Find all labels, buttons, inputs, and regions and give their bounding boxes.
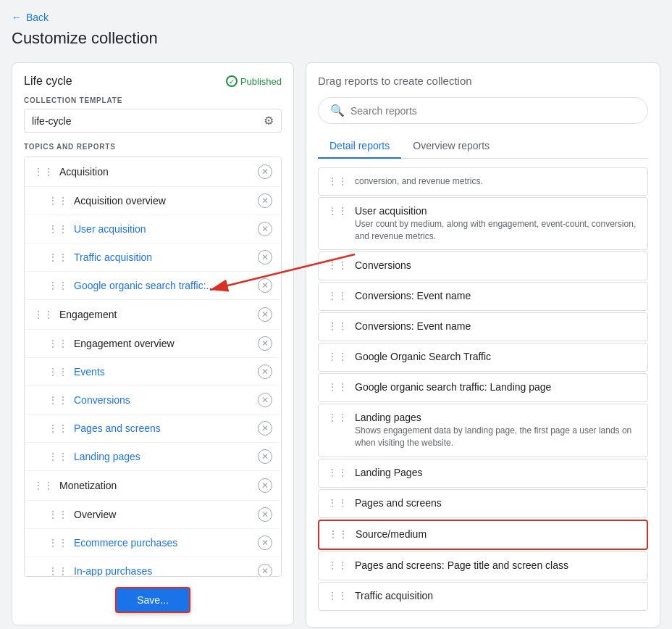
remove-item-btn[interactable]: ✕ — [258, 250, 272, 264]
remove-item-btn[interactable]: ✕ — [258, 222, 272, 236]
drag-handle-icon: ⋮⋮ — [327, 590, 348, 601]
remove-item-btn[interactable]: ✕ — [258, 365, 272, 379]
drag-handle-icon: ⋮⋮ — [48, 195, 68, 207]
drag-handle-icon: ⋮⋮ — [48, 280, 68, 291]
item-label: Ecommerce purchases — [74, 537, 177, 549]
group-header-0[interactable]: ⋮⋮ Acquisition ✕ — [25, 157, 281, 187]
item-row-0-3[interactable]: ⋮⋮ Google organic search traffic:... ✕ — [25, 272, 281, 300]
report-item-truncated-desc: conversion, and revenue metrics. — [355, 175, 639, 188]
remove-item-btn[interactable]: ✕ — [258, 421, 272, 436]
drag-handle-icon: ⋮⋮ — [327, 175, 348, 187]
drag-handle-icon: ⋮⋮ — [48, 565, 68, 577]
back-link[interactable]: ← Back — [12, 12, 660, 23]
remove-item-btn[interactable]: ✕ — [258, 536, 272, 550]
report-item-1[interactable]: ⋮⋮ Conversions — [318, 251, 648, 280]
published-badge: ✓ Published — [226, 75, 282, 87]
item-row-0-1[interactable]: ⋮⋮ User acquisition ✕ — [25, 215, 281, 243]
item-label: Acquisition overview — [74, 195, 166, 207]
remove-group-btn[interactable]: ✕ — [258, 164, 272, 179]
item-row-1-1[interactable]: ⋮⋮ Events ✕ — [25, 358, 281, 386]
group-header-left: ⋮⋮ Engagement — [33, 309, 117, 320]
item-left: ⋮⋮ Conversions — [48, 394, 130, 406]
group-header-left: ⋮⋮ Monetization — [33, 480, 117, 491]
remove-item-btn[interactable]: ✕ — [258, 564, 272, 577]
report-item-content: Conversions: Event name — [355, 320, 639, 333]
search-input[interactable] — [350, 105, 636, 117]
right-panel-title: Drag reports to create collection — [318, 75, 648, 87]
published-icon: ✓ — [226, 75, 238, 87]
report-item-11[interactable]: ⋮⋮ Traffic acquisition — [318, 582, 648, 611]
report-item-9[interactable]: ⋮⋮ Source/medium — [318, 520, 648, 550]
report-title: Landing pages — [355, 412, 639, 423]
item-row-1-0[interactable]: ⋮⋮ Engagement overview ✕ — [25, 330, 281, 358]
drag-handle-icon: ⋮⋮ — [48, 451, 68, 462]
report-item-6[interactable]: ⋮⋮ Landing pagesShows engagement data by… — [318, 404, 648, 457]
group-header-2[interactable]: ⋮⋮ Monetization ✕ — [25, 471, 281, 501]
remove-item-btn[interactable]: ✕ — [258, 193, 272, 208]
main-layout: Life cycle ✓ Published COLLECTION TEMPLA… — [12, 62, 660, 628]
template-input[interactable] — [32, 115, 264, 127]
item-row-0-0[interactable]: ⋮⋮ Acquisition overview ✕ — [25, 187, 281, 215]
back-arrow-icon: ← — [12, 12, 22, 23]
item-left: ⋮⋮ Acquisition overview — [48, 195, 166, 207]
drag-handle-icon: ⋮⋮ — [48, 338, 68, 349]
drag-handle-icon: ⋮⋮ — [48, 223, 68, 235]
drag-handle-icon: ⋮⋮ — [327, 412, 348, 423]
report-item-0[interactable]: ⋮⋮ User acquisitionUser count by medium,… — [318, 197, 648, 251]
panel-header: Life cycle ✓ Published — [24, 75, 282, 88]
report-item-content: Google Organic Search Traffic — [355, 351, 639, 364]
item-row-2-2[interactable]: ⋮⋮ In-app purchases ✕ — [25, 557, 281, 577]
report-item-7[interactable]: ⋮⋮ Landing Pages — [318, 459, 648, 488]
item-label: Conversions — [74, 394, 130, 406]
drag-handle-icon: ⋮⋮ — [327, 497, 348, 509]
report-item-content: Landing pagesShows engagement data by la… — [355, 412, 639, 449]
template-input-row: ⚙ — [24, 109, 282, 133]
item-label: Google organic search traffic:... — [74, 280, 214, 291]
remove-item-btn[interactable]: ✕ — [258, 336, 272, 351]
item-row-1-4[interactable]: ⋮⋮ Landing pages ✕ — [25, 443, 281, 471]
group-name: Engagement — [59, 309, 117, 320]
item-left: ⋮⋮ Pages and screens — [48, 422, 161, 434]
report-item-5[interactable]: ⋮⋮ Google organic search traffic: Landin… — [318, 373, 648, 402]
remove-group-btn[interactable]: ✕ — [258, 307, 272, 322]
topics-label: TOPICS AND REPORTS — [24, 143, 282, 151]
item-left: ⋮⋮ Engagement overview — [48, 338, 175, 349]
item-left: ⋮⋮ User acquisition — [48, 223, 146, 235]
item-row-1-3[interactable]: ⋮⋮ Pages and screens ✕ — [25, 415, 281, 443]
published-label: Published — [240, 76, 282, 87]
item-left: ⋮⋮ Events — [48, 366, 105, 378]
report-title: Conversions: Event name — [355, 320, 639, 332]
item-row-0-2[interactable]: ⋮⋮ Traffic acquisition ✕ — [25, 243, 281, 272]
report-item-4[interactable]: ⋮⋮ Google Organic Search Traffic — [318, 343, 648, 372]
remove-item-btn[interactable]: ✕ — [258, 393, 272, 407]
item-label: Engagement overview — [74, 338, 175, 349]
save-button[interactable]: Save... — [115, 587, 190, 613]
item-left: ⋮⋮ Overview — [48, 509, 116, 520]
remove-item-btn[interactable]: ✕ — [258, 449, 272, 464]
settings-icon[interactable]: ⚙ — [264, 114, 274, 128]
report-item-2[interactable]: ⋮⋮ Conversions: Event name — [318, 282, 648, 311]
item-row-2-0[interactable]: ⋮⋮ Overview ✕ — [25, 501, 281, 529]
tab-0[interactable]: Detail reports — [318, 134, 401, 159]
report-desc: User count by medium, along with engagem… — [355, 218, 639, 243]
report-title: Pages and screens: Page title and screen… — [355, 559, 639, 571]
remove-group-btn[interactable]: ✕ — [258, 478, 272, 493]
report-item-8[interactable]: ⋮⋮ Pages and screens — [318, 489, 648, 518]
right-panel: Drag reports to create collection 🔍 Deta… — [306, 62, 660, 628]
tabs-row: Detail reportsOverview reports — [318, 134, 648, 159]
drag-handle-icon: ⋮⋮ — [327, 559, 348, 571]
report-item-truncated[interactable]: ⋮⋮ conversion, and revenue metrics. — [318, 167, 648, 196]
group-header-left: ⋮⋮ Acquisition — [33, 166, 109, 178]
tab-1[interactable]: Overview reports — [401, 134, 501, 159]
remove-item-btn[interactable]: ✕ — [258, 507, 272, 522]
group-header-1[interactable]: ⋮⋮ Engagement ✕ — [25, 300, 281, 330]
remove-item-btn[interactable]: ✕ — [258, 278, 272, 293]
report-item-3[interactable]: ⋮⋮ Conversions: Event name — [318, 312, 648, 341]
drag-handle-icon: ⋮⋮ — [327, 320, 348, 332]
panel-title: Life cycle — [24, 75, 72, 88]
report-item-10[interactable]: ⋮⋮ Pages and screens: Page title and scr… — [318, 551, 648, 580]
item-row-2-1[interactable]: ⋮⋮ Ecommerce purchases ✕ — [25, 529, 281, 557]
report-item-content: Landing Pages — [355, 467, 639, 480]
item-row-1-2[interactable]: ⋮⋮ Conversions ✕ — [25, 386, 281, 415]
save-btn-row: Save... — [24, 587, 282, 613]
